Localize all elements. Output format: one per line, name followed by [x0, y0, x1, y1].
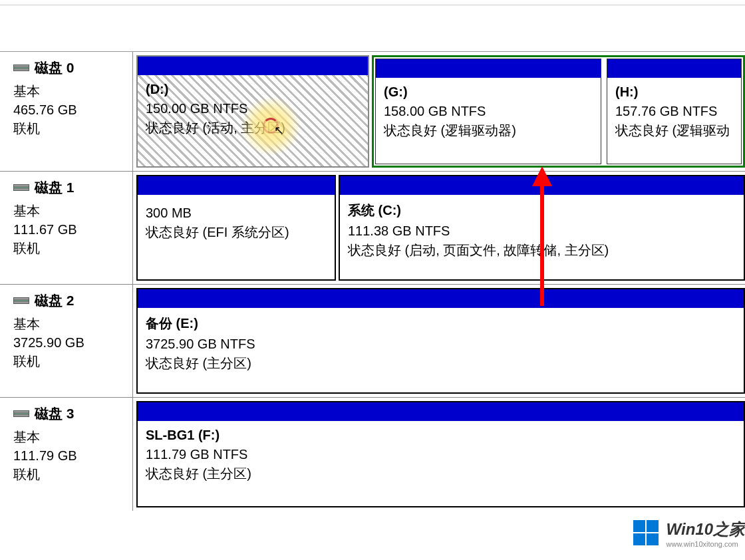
partition-header-bar	[138, 57, 368, 75]
disk-info-panel[interactable]: 磁盘 0 基本 465.76 GB 联机	[0, 52, 133, 171]
partition-h[interactable]: (H:) 157.76 GB NTFS 状态良好 (逻辑驱动	[607, 59, 742, 164]
disk-name: 磁盘 3	[35, 404, 74, 423]
disk-type-label: 基本	[13, 202, 122, 220]
disk-name: 磁盘 2	[35, 291, 74, 310]
partition-header-bar	[138, 176, 335, 195]
partition-status: 状态良好 (逻辑驱动	[615, 122, 733, 140]
disk-row: 磁盘 0 基本 465.76 GB 联机 (D:) 150.00 GB NTFS…	[0, 52, 745, 172]
disk-size-label: 3725.90 GB	[13, 335, 122, 350]
partition-label: (D:)	[146, 82, 360, 97]
partition-label: (H:)	[615, 84, 733, 100]
disk-status-label: 联机	[13, 239, 122, 257]
disk-name: 磁盘 0	[35, 59, 74, 77]
partition-area: (D:) 150.00 GB NTFS 状态良好 (活动, 主分区) ↖ (G:…	[133, 52, 745, 171]
watermark: Win10之家 www.win10xitong.com	[633, 519, 745, 548]
disk-status-label: 联机	[13, 466, 122, 484]
header-area	[0, 5, 745, 52]
disk-row: 磁盘 2 基本 3725.90 GB 联机 备份 (E:) 3725.90 GB…	[0, 285, 745, 398]
disk-type-label: 基本	[13, 315, 122, 333]
partition-f[interactable]: SL-BG1 (F:) 111.79 GB NTFS 状态良好 (主分区)	[136, 401, 745, 507]
disk-row: 磁盘 1 基本 111.67 GB 联机 300 MB 状态良好 (EFI 系统…	[0, 172, 745, 285]
disk-status-label: 联机	[13, 120, 122, 138]
disk-size-label: 111.67 GB	[13, 222, 122, 237]
partition-d[interactable]: (D:) 150.00 GB NTFS 状态良好 (活动, 主分区) ↖	[136, 55, 369, 168]
partition-efi[interactable]: 300 MB 状态良好 (EFI 系统分区)	[136, 175, 336, 281]
partition-label: SL-BG1 (F:)	[146, 428, 736, 443]
disk-name: 磁盘 1	[35, 178, 74, 197]
disk-drive-icon	[13, 410, 29, 417]
partition-status: 状态良好 (主分区)	[146, 465, 736, 483]
svg-marker-1	[532, 166, 552, 186]
partition-area: SL-BG1 (F:) 111.79 GB NTFS 状态良好 (主分区)	[133, 398, 745, 511]
watermark-url: www.win10xitong.com	[667, 540, 745, 548]
disk-type-label: 基本	[13, 82, 122, 100]
watermark-title: Win10之家	[667, 519, 745, 540]
partition-size: 157.76 GB NTFS	[615, 104, 733, 119]
cursor-icon: ↖	[274, 123, 284, 138]
disk-info-panel[interactable]: 磁盘 3 基本 111.79 GB 联机	[0, 398, 133, 511]
partition-area: 300 MB 状态良好 (EFI 系统分区) 系统 (C:) 111.38 GB…	[133, 172, 745, 284]
extended-partition-container: (G:) 158.00 GB NTFS 状态良好 (逻辑驱动器) (H:) 15…	[372, 55, 745, 168]
disk-info-panel[interactable]: 磁盘 2 基本 3725.90 GB 联机	[0, 285, 133, 397]
partition-size: 150.00 GB NTFS	[146, 101, 360, 116]
disk-size-label: 465.76 GB	[13, 102, 122, 118]
partition-header-bar	[138, 289, 744, 308]
partition-size: 158.00 GB NTFS	[384, 104, 593, 119]
disk-status-label: 联机	[13, 352, 122, 370]
annotation-arrow-icon	[525, 166, 559, 313]
partition-label: 备份 (E:)	[146, 315, 736, 333]
disk-row: 磁盘 3 基本 111.79 GB 联机 SL-BG1 (F:) 111.79 …	[0, 398, 745, 511]
disk-size-label: 111.79 GB	[13, 448, 122, 464]
disk-type-label: 基本	[13, 428, 122, 446]
partition-label: (G:)	[384, 84, 593, 100]
disk-drive-icon	[13, 65, 29, 71]
partition-size: 111.79 GB NTFS	[146, 447, 736, 462]
disk-drive-icon	[13, 297, 29, 304]
partition-e[interactable]: 备份 (E:) 3725.90 GB NTFS 状态良好 (主分区)	[136, 288, 745, 394]
partition-status: 状态良好 (EFI 系统分区)	[146, 223, 327, 241]
partition-size: 300 MB	[146, 206, 327, 221]
partition-status: 状态良好 (逻辑驱动器)	[384, 122, 593, 140]
partition-header-bar	[607, 59, 741, 78]
partition-g[interactable]: (G:) 158.00 GB NTFS 状态良好 (逻辑驱动器)	[375, 59, 601, 164]
partition-size: 3725.90 GB NTFS	[146, 337, 736, 352]
disk-list: 磁盘 0 基本 465.76 GB 联机 (D:) 150.00 GB NTFS…	[0, 52, 745, 511]
disk-info-panel[interactable]: 磁盘 1 基本 111.67 GB 联机	[0, 172, 133, 284]
partition-header-bar	[376, 59, 601, 78]
partition-header-bar	[138, 402, 744, 421]
partition-status: 状态良好 (活动, 主分区)	[146, 119, 360, 137]
partition-area: 备份 (E:) 3725.90 GB NTFS 状态良好 (主分区)	[133, 285, 745, 397]
windows-logo-icon	[633, 520, 660, 547]
disk-drive-icon	[13, 184, 29, 191]
partition-status: 状态良好 (主分区)	[146, 354, 736, 372]
